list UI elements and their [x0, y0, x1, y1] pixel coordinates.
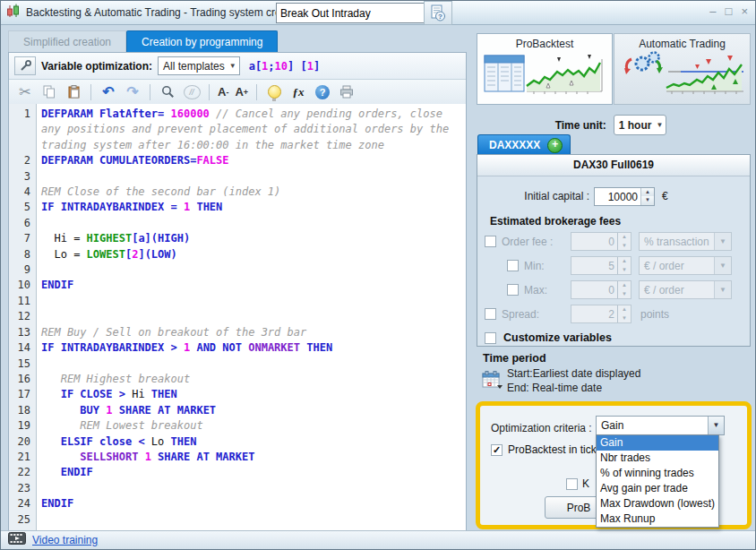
- spin-down-icon: ▼: [618, 290, 631, 299]
- max-fee-unit-dropdown[interactable]: € / order ▼: [639, 280, 732, 299]
- undo-icon[interactable]: ↶: [99, 83, 117, 101]
- line-number: 5: [9, 200, 36, 215]
- time-unit-dropdown[interactable]: 1 hour ▼: [614, 115, 667, 135]
- code-lines: 1DEFPARAM FlatAfter= 160000 // Cancel an…: [9, 104, 466, 528]
- comment-icon[interactable]: //: [184, 85, 201, 99]
- code-line: 7 Hi = HIGHEST[a](HIGH): [9, 231, 466, 246]
- line-number: 13: [9, 325, 36, 340]
- min-fee-label: Min:: [524, 260, 566, 272]
- variable-optimization-label: Variable optimization:: [41, 60, 152, 73]
- help-document-button[interactable]: ?: [424, 1, 452, 25]
- code-editor-panel: Variable optimization: All templates ▼ a…: [8, 52, 467, 531]
- tick-mode-row: ✓ ProBacktest in tick: [491, 443, 597, 456]
- order-fee-stepper[interactable]: 0 ▲▼: [571, 232, 631, 251]
- order-fee-unit-dropdown[interactable]: % transaction ▼: [639, 232, 732, 251]
- code-line: 6: [9, 216, 466, 231]
- spread-stepper[interactable]: 2 ▲▼: [571, 305, 631, 323]
- spin-down-icon[interactable]: ▼: [641, 196, 654, 205]
- optimization-option[interactable]: Nbr trades: [597, 451, 718, 466]
- line-number: 6: [9, 216, 36, 231]
- optimization-option[interactable]: Avg gain per trade: [597, 481, 718, 496]
- min-fee-stepper[interactable]: 5 ▲▼: [571, 256, 631, 275]
- function-icon[interactable]: ƒx: [289, 83, 307, 101]
- instrument-panel: DAX30 Full0619 Initial capital : 10000 ▲…: [477, 154, 751, 347]
- automatic-trading-mode-button[interactable]: Automatic Trading: [614, 33, 751, 105]
- code-editor[interactable]: 1DEFPARAM FlatAfter= 160000 // Cancel an…: [9, 104, 466, 530]
- instrument-tab[interactable]: DAXXXXX +: [477, 134, 571, 155]
- search-icon[interactable]: [159, 83, 176, 101]
- currency-label: €: [662, 190, 668, 202]
- optimization-criteria-dropdown[interactable]: Gain ▼: [596, 416, 725, 435]
- templates-dropdown[interactable]: All templates ▼: [158, 56, 240, 75]
- line-number: 4: [9, 185, 36, 200]
- instrument-name: DAX30 Full0619: [477, 155, 750, 176]
- optimization-option[interactable]: Gain: [597, 435, 718, 451]
- tick-mode-checkbox[interactable]: ✓: [491, 444, 503, 456]
- spin-down-icon: ▼: [618, 314, 631, 323]
- hidden-option-checkbox[interactable]: [566, 478, 578, 490]
- spin-up-icon: ▲: [618, 257, 631, 266]
- min-fee-unit-dropdown[interactable]: € / order ▼: [639, 256, 732, 275]
- add-instrument-icon[interactable]: +: [547, 138, 563, 153]
- calendar-icon[interactable]: [482, 370, 503, 393]
- max-fee-stepper[interactable]: 0 ▲▼: [571, 280, 631, 299]
- hidden-option-label-fragment: K: [582, 477, 589, 490]
- chevron-down-icon[interactable]: ▼: [708, 417, 724, 434]
- cut-icon[interactable]: ✂: [16, 83, 34, 101]
- optimization-expression: a[1;10] [1]: [249, 60, 321, 73]
- code-line: 1DEFPARAM FlatAfter= 160000 // Cancel an…: [9, 107, 466, 153]
- code-line: 10ENDIF: [9, 278, 466, 293]
- line-number: 19: [9, 418, 36, 434]
- paste-icon[interactable]: [64, 83, 82, 101]
- initial-capital-value[interactable]: 10000: [595, 188, 640, 205]
- redo-icon[interactable]: ↷: [124, 83, 142, 101]
- code-line: 2DEFPARAM CUMULATEORDERS=FALSE: [9, 153, 466, 168]
- order-fee-checkbox[interactable]: [485, 236, 496, 247]
- window-title: Backtesting & Automatic Trading - Tradin…: [26, 6, 305, 19]
- line-number: 17: [9, 387, 36, 402]
- optimization-option[interactable]: % of winning trades: [597, 466, 718, 481]
- probacktest-label: ProBacktest: [477, 38, 612, 50]
- tab-creation-by-programming[interactable]: Creation by programming: [126, 30, 278, 52]
- customize-variables-row: Customize variables: [485, 331, 750, 344]
- code-line: 17 IF CLOSE > Hi THEN: [9, 387, 466, 402]
- initial-capital-stepper[interactable]: 10000 ▲▼: [594, 187, 655, 206]
- system-name-input[interactable]: [276, 3, 428, 23]
- copy-icon[interactable]: [40, 83, 58, 101]
- code-line: 13REM Buy / Sell on breakout of the 3rd …: [9, 325, 466, 340]
- customize-variables-checkbox[interactable]: [485, 332, 496, 344]
- font-increase-icon[interactable]: A+: [235, 83, 248, 101]
- spread-unit-label: points: [640, 308, 669, 321]
- font-decrease-icon[interactable]: A-: [218, 83, 228, 101]
- video-training-link[interactable]: Video training: [32, 534, 98, 546]
- spin-up-icon[interactable]: ▲: [641, 188, 654, 197]
- order-fee-unit-value: % transaction: [640, 236, 714, 248]
- variable-optimization-button[interactable]: [14, 56, 36, 75]
- toolbar-separator: [256, 84, 257, 100]
- help-icon[interactable]: ?: [315, 85, 330, 99]
- print-icon[interactable]: [338, 83, 356, 101]
- spin-up-icon: ▲: [618, 233, 631, 242]
- lightbulb-icon[interactable]: [268, 85, 281, 99]
- document-question-icon: ?: [430, 4, 446, 22]
- optimization-criteria-label: Optimization criteria :: [491, 422, 592, 434]
- min-fee-checkbox[interactable]: [507, 260, 519, 271]
- spread-checkbox[interactable]: [485, 308, 496, 320]
- line-number: 25: [9, 512, 36, 528]
- minimize-button[interactable]: –: [709, 5, 716, 18]
- code-line: 3: [9, 169, 466, 185]
- code-line: 9: [9, 262, 466, 278]
- maximize-button[interactable]: □: [726, 5, 733, 18]
- code-line: 18 BUY 1 SHARE AT MARKET: [9, 403, 466, 418]
- tab-simplified-creation[interactable]: Simplified creation: [8, 30, 126, 52]
- optimization-option[interactable]: Max Runup: [597, 511, 718, 527]
- max-fee-checkbox[interactable]: [507, 284, 519, 296]
- optimization-option[interactable]: Max Drawdown (lowest): [597, 496, 718, 511]
- max-fee-row: Max: 0 ▲▼ € / order ▼: [477, 278, 750, 302]
- line-number: 10: [9, 278, 36, 293]
- probacktest-mode-button[interactable]: ProBacktest: [477, 33, 613, 105]
- close-button[interactable]: ×: [741, 5, 748, 18]
- line-number: 1: [9, 107, 36, 153]
- order-fee-label: Order fee :: [502, 236, 566, 248]
- time-unit-row: Time unit: 1 hour ▼: [471, 115, 751, 135]
